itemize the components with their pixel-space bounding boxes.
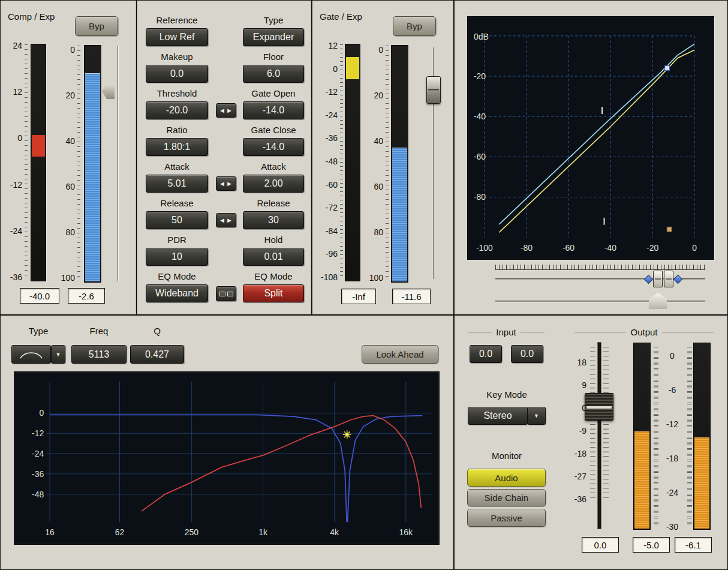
chevron-down-icon: ▼ [56,352,61,358]
axis-tick-label: -24 [32,449,44,458]
eq-freq-label: Freq [71,326,127,336]
input-fader-track[interactable] [598,343,601,529]
output-left-readout: -5.0 [633,537,670,553]
control-label: EQ Mode [243,271,304,281]
gate-close-value[interactable]: -14.0 [243,138,304,156]
tick-label: -84 [314,226,338,236]
tick-marks [687,347,692,527]
control-label: Attack [243,161,304,172]
curve-handle[interactable] [665,66,670,71]
tick-label: -27 [568,472,586,481]
comp-gr-scale: 24120-12-24-36 [2,41,22,282]
link-arrows-icon: ◄► [219,107,233,114]
ratio-value[interactable]: 1.80:1 [146,138,208,156]
tick-label: 20 [365,91,383,100]
comp-level-fill [85,73,100,281]
pdr-value[interactable]: 10 [146,248,208,266]
tick-marks [654,347,658,527]
range-handle-left[interactable] [653,271,663,287]
makeup-value[interactable]: 0.0 [146,65,208,83]
type-button[interactable]: Expander [243,28,304,46]
comp-threshold-handle[interactable] [102,83,115,99]
comp-bypass-button[interactable]: Byp [75,16,118,36]
input-fader-readout: 0.0 [582,537,619,553]
input-fader-handle[interactable] [585,393,613,421]
key-mode-select[interactable]: Stereo [468,407,528,425]
eq-mode-split-button[interactable]: Split [243,284,304,302]
transfer-graph-svg: 0dB-20-40-60-80-100-80-60-40-200 [468,17,714,259]
tick-marks [25,44,28,278]
tick-marks [77,46,80,280]
floor-handle[interactable] [667,227,672,232]
range-handle-right[interactable] [664,271,673,287]
reference-button[interactable]: Low Ref [146,28,208,46]
tick-label: 12 [2,87,22,97]
transfer-range-handles[interactable] [645,271,681,287]
axis-tick-label: 4k [330,527,339,537]
tick-label: 9 [568,380,586,390]
threshold-value[interactable]: -20.0 [146,101,208,119]
gate-range-scale: 020406080100 [365,45,383,283]
transfer-graph[interactable]: 0dB-20-40-60-80-100-80-60-40-200 [467,16,714,260]
eq-type-button[interactable] [11,345,51,364]
gate-range-meter [391,45,408,283]
tick-marks [340,44,343,278]
eq-type-dropdown-button[interactable]: ▼ [51,345,65,364]
link-arrows-icon: ◄► [219,217,233,224]
gate-bypass-button[interactable]: Byp [393,16,436,36]
hold-value[interactable]: 0.01 [243,248,304,266]
monitor-passive-button[interactable]: Passive [467,509,546,527]
gate-threshold-handle[interactable] [426,76,441,104]
comp-threshold-track[interactable] [118,46,119,281]
eq-mode-wideband-button[interactable]: Wideband [146,284,208,302]
tick-marks [386,46,389,280]
tick-marks [590,347,595,500]
input-trim-left-value[interactable]: 0.0 [470,345,502,363]
tick-label: -36 [314,133,338,143]
monitor-label: Monitor [468,451,546,461]
eq-freq-value[interactable]: 5113 [71,345,127,364]
tick-label: 0 [568,403,586,413]
tick-marks [603,347,609,500]
eq-split-pair-button[interactable] [216,286,236,301]
range-diamond-icon [644,274,654,284]
monitor-audio-button[interactable]: Audio [467,469,546,487]
comp-level-meter [84,45,101,283]
axis-tick-label: -80 [474,192,486,202]
tick-label: 24 [2,41,22,50]
floor-value[interactable]: 6.0 [243,65,304,83]
output-meter-left [633,343,651,530]
comp-release-value[interactable]: 50 [146,211,208,229]
eq-graph[interactable]: 0-12-24-36-4816622501k4k16k [14,371,440,545]
gate-range-fill [392,148,407,281]
release-link-button[interactable]: ◄► [216,213,236,227]
filter-shape-icon [18,349,44,361]
tick-label: -18 [662,454,682,463]
gate-attack-value[interactable]: 2.00 [243,175,304,193]
monitor-side-chain-button[interactable]: Side Chain [467,489,546,506]
look-ahead-button[interactable]: Look Ahead [362,345,438,364]
transfer-offset-track[interactable] [495,301,705,302]
eq-q-value[interactable]: 0.427 [130,345,184,364]
link-arrows-icon: ◄► [219,180,233,187]
tick-label: -24 [662,488,682,497]
eq-band-handle[interactable] [345,433,349,436]
tick-label: -36 [568,494,586,504]
tick-label: 40 [365,136,383,146]
axis-tick-label: -100 [476,243,493,253]
output-group-label: Output [574,327,714,337]
tick-label: 100 [365,273,383,283]
threshold-link-button[interactable]: ◄► [216,103,236,118]
eq-type-label: Type [11,326,65,336]
comp-gr-readout: -40.0 [20,288,59,304]
attack-link-button[interactable]: ◄► [216,176,236,191]
fader-scale: 1890-9-18-27-36 [568,358,586,504]
input-trim-right-value[interactable]: 0.0 [511,345,543,363]
key-mode-dropdown-button[interactable]: ▼ [527,407,546,425]
comp-attack-value[interactable]: 5.01 [146,175,208,193]
transfer-offset-handle[interactable] [649,293,667,309]
gate-open-value[interactable]: -14.0 [243,101,304,119]
eq-graph-svg: 0-12-24-36-4816622501k4k16k [14,372,439,544]
gate-release-value[interactable]: 30 [243,211,304,229]
control-label: Release [146,198,208,208]
